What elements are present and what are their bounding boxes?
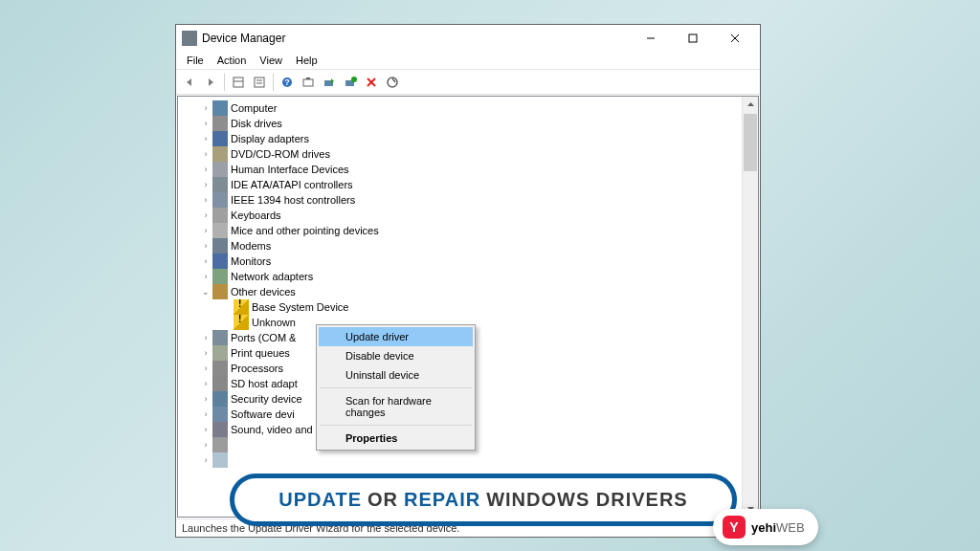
expand-icon[interactable]: ›: [199, 163, 212, 176]
tree-node-label: Processors: [231, 363, 283, 374]
expand-icon[interactable]: ›: [199, 147, 212, 161]
properties-button[interactable]: [250, 73, 269, 92]
dvd-icon: [212, 146, 228, 162]
device-manager-window: Device Manager File Action View Help ?: [175, 24, 761, 538]
expand-icon[interactable]: ›: [199, 346, 212, 360]
collapse-icon[interactable]: ⌄: [199, 285, 212, 298]
expand-icon[interactable]: ›: [199, 101, 212, 115]
expand-icon[interactable]: ›: [199, 331, 212, 344]
expand-icon[interactable]: ›: [199, 438, 212, 452]
tree-node-label: Network adapters: [231, 271, 313, 282]
expand-icon[interactable]: ›: [199, 254, 212, 268]
show-hide-button[interactable]: [229, 73, 248, 92]
tree-node-label: Base System Device: [252, 301, 348, 313]
context-menu-item[interactable]: Update driver: [319, 327, 473, 346]
tree-node-label: Mice and other pointing devices: [231, 225, 379, 236]
tree-node[interactable]: ›Modems: [180, 238, 740, 253]
logo-text: yehiWEB: [751, 520, 805, 535]
tree-node-label: Unknown: [252, 317, 296, 328]
tree-container: ›Computer›Disk drives›Display adapters›D…: [177, 96, 759, 518]
tree-node[interactable]: ⌄Other devices: [180, 284, 740, 299]
banner-text-2: WINDOWS DRIVERS: [486, 489, 688, 511]
expand-icon[interactable]: ›: [199, 239, 212, 253]
context-menu-item[interactable]: Disable device: [319, 346, 473, 365]
svg-rect-4: [234, 77, 243, 87]
expand-icon[interactable]: ›: [199, 178, 212, 191]
tree-node-label: Display adapters: [231, 133, 309, 144]
tree-node-label: SD host adapt: [231, 378, 298, 389]
context-menu: Update driverDisable deviceUninstall dev…: [316, 324, 476, 451]
proc-icon: [212, 361, 228, 376]
window-title: Device Manager: [202, 32, 630, 45]
scroll-up-button[interactable]: [743, 97, 758, 113]
tree-node[interactable]: ›Disk drives: [180, 116, 740, 131]
context-menu-item[interactable]: Properties: [319, 429, 473, 448]
expand-icon[interactable]: ›: [199, 270, 212, 283]
tree-node[interactable]: ›Keyboards: [180, 208, 740, 223]
expand-icon[interactable]: ›: [199, 453, 212, 467]
titlebar[interactable]: Device Manager: [176, 25, 760, 52]
scrollbar[interactable]: [742, 97, 758, 517]
banner: UPDATE OR REPAIR WINDOWS DRIVERS: [230, 474, 737, 526]
expand-icon[interactable]: ›: [199, 362, 212, 375]
storage-icon: [212, 437, 228, 452]
forward-button[interactable]: [201, 73, 220, 92]
context-menu-item[interactable]: Uninstall device: [319, 365, 473, 385]
minimize-button[interactable]: [630, 26, 672, 51]
enable-button[interactable]: [341, 73, 360, 92]
scan-button[interactable]: [299, 73, 318, 92]
tree-node[interactable]: ›Display adapters: [180, 131, 740, 146]
warn-icon: [234, 315, 249, 330]
context-menu-item[interactable]: Scan for hardware changes: [319, 391, 473, 422]
scroll-track[interactable]: [743, 172, 758, 500]
tree-node[interactable]: ›DVD/CD-ROM drives: [180, 146, 740, 162]
tree-node-label: Computer: [231, 102, 277, 114]
tree-node[interactable]: ›Monitors: [180, 253, 740, 269]
toolbar-separator: [224, 74, 225, 91]
logo: Y yehiWEB: [713, 509, 818, 545]
menu-file[interactable]: File: [180, 53, 211, 68]
expand-icon[interactable]: ›: [199, 408, 212, 421]
close-button[interactable]: [714, 26, 756, 51]
tree-node[interactable]: ›Human Interface Devices: [180, 162, 740, 177]
warn-icon: [234, 299, 249, 315]
expand-icon[interactable]: ›: [199, 423, 212, 436]
uninstall-button[interactable]: [362, 73, 381, 92]
menu-view[interactable]: View: [253, 53, 289, 68]
ports-icon: [212, 330, 228, 345]
tree-node[interactable]: ›: [180, 452, 740, 468]
disk-icon: [212, 116, 228, 131]
tree-node[interactable]: ›IEEE 1394 host controllers: [180, 192, 740, 208]
security-icon: [212, 391, 228, 407]
back-button[interactable]: [180, 73, 199, 92]
expand-icon[interactable]: ›: [199, 392, 212, 406]
ieee-icon: [212, 192, 228, 208]
tree-node-label: Other devices: [231, 286, 296, 298]
expand-icon[interactable]: ›: [199, 132, 212, 145]
expand-icon[interactable]: ›: [199, 117, 212, 130]
tree-node-label: Modems: [231, 240, 271, 252]
tree-node-label: Human Interface Devices: [231, 164, 349, 175]
toolbar: ?: [176, 70, 760, 95]
menu-action[interactable]: Action: [211, 53, 254, 68]
update-driver-button[interactable]: [320, 73, 339, 92]
expand-icon[interactable]: ›: [199, 224, 212, 237]
tree-node[interactable]: ›IDE ATA/ATAPI controllers: [180, 177, 740, 192]
expand-icon[interactable]: ›: [199, 209, 212, 222]
help-button[interactable]: ?: [278, 73, 297, 92]
disable-button[interactable]: [383, 73, 402, 92]
tree-node[interactable]: ›Network adapters: [180, 269, 740, 284]
modem-icon: [212, 238, 228, 253]
expand-icon[interactable]: ›: [199, 377, 212, 390]
maximize-button[interactable]: [672, 26, 714, 51]
sd-icon: [212, 376, 228, 391]
tree-node[interactable]: ›Mice and other pointing devices: [180, 223, 740, 238]
device-tree[interactable]: ›Computer›Disk drives›Display adapters›D…: [178, 97, 742, 517]
svg-rect-1: [689, 34, 697, 42]
menu-help[interactable]: Help: [289, 53, 324, 68]
svg-rect-12: [306, 77, 310, 79]
expand-icon[interactable]: ›: [199, 193, 212, 207]
scroll-thumb[interactable]: [744, 114, 757, 171]
tree-node[interactable]: Base System Device: [180, 299, 740, 315]
tree-node[interactable]: ›Computer: [180, 100, 740, 116]
